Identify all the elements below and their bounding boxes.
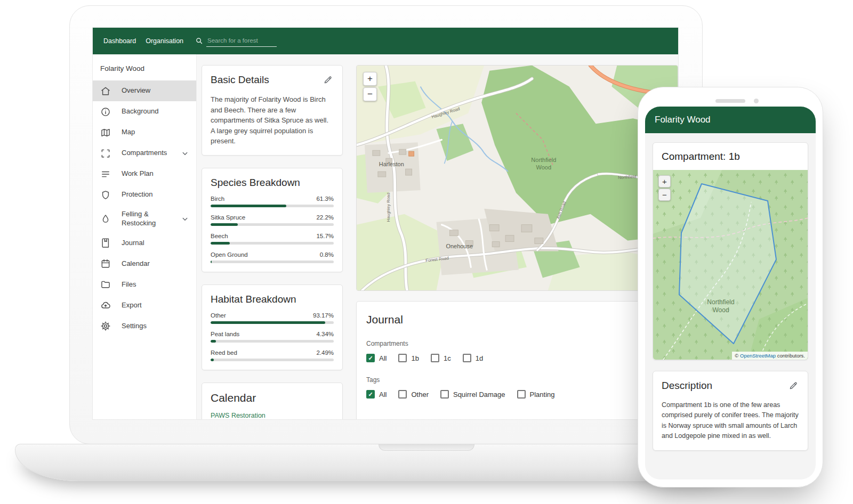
sidebar-item-protection[interactable]: Protection xyxy=(93,184,196,205)
sidebar-item-work-plan[interactable]: Work Plan xyxy=(93,164,196,184)
progress-fill xyxy=(211,321,325,324)
compartment-title: Compartment: 1b xyxy=(653,143,808,170)
phone-mockup: Folarity Wood Compartment: 1b xyxy=(638,87,823,487)
sidebar-label: Journal xyxy=(122,239,190,248)
filter-tag-squirrel-damage[interactable]: Squirrel Damage xyxy=(440,390,505,399)
progress-track xyxy=(211,223,334,226)
filter-compartment-1c[interactable]: 1c xyxy=(431,354,451,362)
species-label: Open Ground xyxy=(211,251,248,258)
folder-icon xyxy=(100,279,111,290)
sidebar-item-map[interactable]: Map xyxy=(93,122,196,143)
gear-icon xyxy=(100,321,111,331)
journal-card: Journal Compartments All 1b xyxy=(356,301,678,419)
map-canvas[interactable]: Harleston Onehouse Northfield Wood Haugh… xyxy=(357,66,678,290)
checkbox-icon xyxy=(398,354,407,362)
compartment-filter-row: All 1b 1c 1d xyxy=(366,354,668,362)
sidebar-label: Felling & Restocking xyxy=(122,210,170,228)
checkbox-label: 1d xyxy=(476,354,483,362)
card-title: Calendar xyxy=(211,392,334,404)
sidebar-item-export[interactable]: Export xyxy=(93,295,196,316)
map-label-onehouse: Onehouse xyxy=(446,243,473,249)
sidebar-item-files[interactable]: Files xyxy=(93,274,196,295)
filter-tag-other[interactable]: Other xyxy=(398,390,429,399)
sidebar-item-overview[interactable]: Overview xyxy=(93,80,196,101)
search-icon xyxy=(195,37,203,47)
phone-speaker xyxy=(715,99,745,103)
openstreetmap-link[interactable]: OpenStreetMap xyxy=(740,353,776,359)
zoom-out-button[interactable]: − xyxy=(658,189,671,201)
filter-compartment-all[interactable]: All xyxy=(366,354,387,362)
habitat-value: 2.49% xyxy=(316,349,334,356)
checkbox-label: Other xyxy=(411,391,429,399)
sidebar-item-background[interactable]: Background xyxy=(93,101,196,122)
sidebar-item-settings[interactable]: Settings xyxy=(93,316,196,337)
progress-fill xyxy=(211,340,216,343)
species-label: Beech xyxy=(211,233,228,239)
chevron-down-icon[interactable] xyxy=(180,214,190,224)
nav-link-organisation[interactable]: Organisation xyxy=(146,37,183,45)
sidebar-item-journal[interactable]: Journal xyxy=(93,233,196,254)
info-icon xyxy=(100,107,111,117)
habitat-breakdown-card: Habitat Breakdown Other93.17% Peat lands… xyxy=(202,284,343,370)
checkbox-label: All xyxy=(379,391,387,399)
checkbox-label: 1c xyxy=(444,354,451,362)
description-card: Description Compartment 1b is one of the… xyxy=(653,371,808,451)
checkbox-icon xyxy=(463,354,471,362)
progress-track xyxy=(211,321,334,324)
habitat-value: 4.34% xyxy=(316,331,334,337)
habitat-value: 93.17% xyxy=(313,312,334,319)
sidebar-label: Map xyxy=(122,128,190,137)
filter-compartment-1d[interactable]: 1d xyxy=(463,354,483,362)
laptop-screen: Dashboard Organisation Folarity Wood Ove… xyxy=(93,28,678,419)
description-text: Compartment 1b is one of the few areas c… xyxy=(662,400,799,442)
chevron-down-icon[interactable] xyxy=(180,149,190,158)
species-label: Birch xyxy=(211,196,224,202)
sidebar-item-felling-restocking[interactable]: Felling & Restocking xyxy=(93,205,196,233)
main-content: Basic Details The majority of Folarity W… xyxy=(197,54,678,419)
filter-tag-all[interactable]: All xyxy=(366,390,387,399)
sidebar-item-calendar[interactable]: Calendar xyxy=(93,254,196,274)
progress-track xyxy=(211,242,334,245)
edit-pencil-icon[interactable] xyxy=(322,74,334,88)
compartment-map[interactable]: Northfield Wood + − © OpenStreetMap cont… xyxy=(653,170,808,360)
zoom-out-button[interactable]: − xyxy=(363,87,377,101)
checkbox-label: 1b xyxy=(411,354,419,362)
species-value: 22.2% xyxy=(316,214,334,221)
species-row: Birch61.3% xyxy=(211,196,334,207)
sidebar-label: Settings xyxy=(122,322,190,331)
checkbox-label: Squirrel Damage xyxy=(453,391,505,399)
search-input[interactable] xyxy=(206,36,277,47)
habitat-label: Reed bed xyxy=(211,349,237,356)
habitat-label: Other xyxy=(211,312,226,319)
species-label: Sitka Spruce xyxy=(211,214,245,221)
checkbox-icon xyxy=(517,390,526,399)
zoom-in-button[interactable]: + xyxy=(658,175,671,188)
edit-pencil-icon[interactable] xyxy=(787,380,799,394)
progress-track xyxy=(211,205,334,207)
forest-map[interactable]: Harleston Onehouse Northfield Wood Haugh… xyxy=(356,65,678,291)
sidebar-label: Calendar xyxy=(122,259,190,269)
sidebar-label: Work Plan xyxy=(122,169,190,178)
species-row: Sitka Spruce22.2% xyxy=(211,214,334,226)
habitat-row: Other93.17% xyxy=(211,312,334,324)
compartments-frame-icon xyxy=(100,148,111,159)
filter-tag-planting[interactable]: Planting xyxy=(517,390,555,399)
journal-book-icon xyxy=(100,238,111,248)
phone-app-header: Folarity Wood xyxy=(645,107,816,133)
map-label-harleston: Harleston xyxy=(379,161,404,167)
journal-title: Journal xyxy=(366,313,668,326)
species-row: Open Ground0.8% xyxy=(211,251,334,263)
phone-map-canvas[interactable]: Northfield Wood xyxy=(653,170,808,360)
tag-filter-row: All Other Squirrel Damage Planting xyxy=(366,390,668,399)
calendar-event-link[interactable]: PAWS Restoration xyxy=(211,412,334,419)
nav-link-dashboard[interactable]: Dashboard xyxy=(103,37,136,45)
zoom-in-button[interactable]: + xyxy=(363,72,377,86)
calendar-icon xyxy=(100,258,111,269)
map-attribution: © OpenStreetMap contributors. xyxy=(732,352,808,360)
filter-compartment-1b[interactable]: 1b xyxy=(398,354,419,362)
phone-map-label-wood-line2: Wood xyxy=(712,306,729,314)
tags-filter-label: Tags xyxy=(366,376,668,384)
sidebar-item-compartments[interactable]: Compartments xyxy=(93,143,196,164)
phone-screen: Folarity Wood Compartment: 1b xyxy=(645,107,816,479)
species-row: Beech15.7% xyxy=(211,233,334,245)
